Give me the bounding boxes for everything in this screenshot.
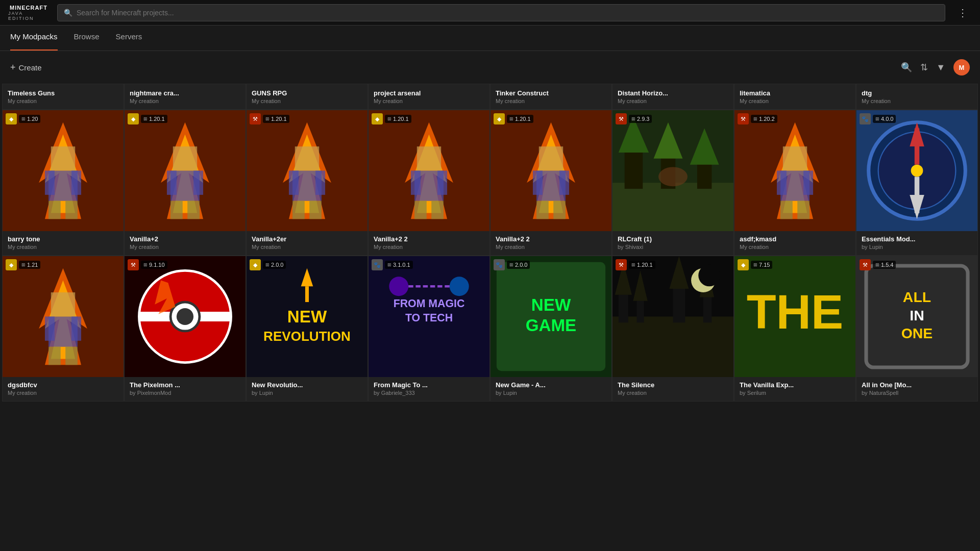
search-input[interactable]: [77, 9, 939, 17]
card-sub: My creation: [130, 244, 240, 250]
card-sub: My creation: [8, 390, 118, 396]
top-nav-right: ⋮: [953, 5, 972, 21]
modpack-card-6[interactable]: THE ◆ ⊞ 7.15 The Vanilla Exp... by Seril…: [734, 256, 856, 402]
bottom-row: ◆ ⊞ 1.21 dgsdbfcv My creation: [0, 256, 980, 402]
card-sub: My creation: [618, 390, 728, 396]
card-sub: My creation: [8, 98, 118, 104]
top-card-6[interactable]: litematica My creation: [734, 84, 856, 110]
card-image: ◆ ⊞ 1.20.1: [491, 110, 611, 231]
version-badge: ⊞ 4.0.0: [873, 115, 896, 123]
version-badge: ⊞ 3.1.0.1: [385, 261, 413, 269]
modpack-card-4[interactable]: ◆ ⊞ 1.20.1 Vanilla+2 2 My creation: [490, 110, 612, 256]
modpack-card-5[interactable]: ⚒ ⊞ 2.9.3 RLCraft (1) by Shivaxi: [612, 110, 734, 256]
svg-rect-107: [673, 286, 685, 322]
badge-type-icon: 🐾: [372, 259, 383, 270]
menu-dots-icon[interactable]: ⋮: [953, 5, 972, 21]
modpack-card-4[interactable]: NEW GAME 🐾 ⊞ 2.0.0 New Game - A... by Lu…: [490, 256, 612, 402]
card-title: Vanilla+2er: [252, 235, 362, 243]
version-badge: ⊞ 1.20.1: [141, 115, 167, 123]
modpack-card-2[interactable]: NEW REVOLUTION ◆ ⊞ 2.0.0 New Revolutio..…: [246, 256, 368, 402]
card-title: barry tone: [8, 235, 118, 243]
card-info: Vanilla+2 2 My creation: [491, 231, 611, 255]
svg-rect-8: [65, 201, 78, 219]
modpack-card-1[interactable]: ◆ ⊞ 1.20.1 Vanilla+2 My creation: [124, 110, 246, 256]
svg-rect-26: [309, 201, 322, 219]
svg-text:TO TECH: TO TECH: [405, 312, 453, 324]
card-badges: ◆ ⊞ 7.15: [738, 259, 772, 270]
svg-rect-15: [193, 171, 203, 195]
modpack-card-5[interactable]: ⚒ ⊞ 1.20.1 The Silence My creation: [612, 256, 734, 402]
modpack-card-7[interactable]: 🐾 ⊞ 4.0.0 Essentials Mod... by Lupin: [856, 110, 978, 256]
card-info: Vanilla+2 My creation: [125, 231, 246, 255]
svg-rect-3: [51, 146, 75, 170]
plus-icon: +: [10, 62, 16, 73]
modpack-card-0[interactable]: ◆ ⊞ 1.20 barry tone My creation: [2, 110, 124, 256]
svg-text:THE: THE: [747, 285, 844, 339]
version-badge: ⊞ 1.21: [19, 261, 40, 269]
svg-point-84: [177, 308, 193, 325]
card-info: The Vanilla Exp... by Serilum: [734, 377, 855, 401]
svg-rect-61: [780, 201, 793, 219]
modpack-card-2[interactable]: ⚒ ⊞ 1.20.1 Vanilla+2er My creation: [246, 110, 368, 256]
tab-servers[interactable]: Servers: [116, 26, 142, 51]
svg-rect-60: [803, 171, 813, 195]
create-button[interactable]: + Create: [10, 62, 42, 73]
modpack-card-7[interactable]: ALL IN ONE ⚒ ⊞ 1.5.4 All in One [Mo... b…: [856, 256, 978, 402]
top-card-5[interactable]: Distant Horizo... My creation: [612, 84, 734, 110]
card-title: asdf;kmasd: [740, 235, 850, 243]
svg-text:FROM MAGIC: FROM MAGIC: [394, 297, 465, 310]
top-card-0[interactable]: Timeless Guns My creation: [2, 84, 124, 110]
svg-rect-24: [315, 171, 325, 195]
card-badges: ⚒ ⊞ 9.1.10: [128, 259, 167, 270]
card-sub: by Gabriele_333: [374, 390, 484, 396]
badge-type-icon: ⚒: [128, 259, 139, 270]
avatar[interactable]: M: [953, 59, 970, 76]
svg-rect-23: [289, 171, 299, 195]
card-badges: 🐾 ⊞ 2.0.0: [494, 259, 530, 270]
card-badges: ◆ ⊞ 1.21: [6, 259, 40, 270]
svg-rect-12: [173, 146, 197, 170]
top-card-1[interactable]: nightmare cra... My creation: [124, 84, 246, 110]
badge-type-icon: ◆: [250, 259, 261, 270]
svg-rect-5: [45, 171, 55, 195]
modpack-card-6[interactable]: ⚒ ⊞ 1.20.2 asdf;kmasd My creation: [734, 110, 856, 256]
card-info: Essentials Mod... by Lupin: [856, 231, 977, 255]
card-title: Essentials Mod...: [862, 235, 972, 243]
svg-rect-78: [48, 347, 61, 365]
top-card-7[interactable]: dtg My creation: [856, 84, 978, 110]
toolbar: + Create 🔍 ⇅ ▼ M: [0, 51, 980, 84]
modpack-card-0[interactable]: ◆ ⊞ 1.21 dgsdbfcv My creation: [2, 256, 124, 402]
card-badges: ⚒ ⊞ 1.20.1: [616, 259, 655, 270]
modpack-card-1[interactable]: ⚒ ⊞ 9.1.10 The Pixelmon ... by PixelmonM…: [124, 256, 246, 402]
tab-my-modpacks[interactable]: My Modpacks: [10, 26, 58, 51]
modpack-card-3[interactable]: ◆ ⊞ 1.20.1 Vanilla+2 2 My creation: [368, 110, 490, 256]
search-bar[interactable]: 🔍: [57, 4, 945, 21]
sort-icon[interactable]: ⇅: [920, 62, 928, 73]
top-card-3[interactable]: project arsenal My creation: [368, 84, 490, 110]
svg-rect-47: [625, 146, 643, 189]
svg-rect-103: [619, 292, 628, 322]
search-toolbar-icon[interactable]: 🔍: [901, 62, 912, 73]
card-image: ALL IN ONE ⚒ ⊞ 1.5.4: [856, 256, 977, 377]
card-sub: My creation: [130, 98, 240, 104]
card-sub: My creation: [8, 244, 118, 250]
card-image: ◆ ⊞ 1.21: [3, 256, 124, 377]
svg-rect-43: [536, 201, 549, 219]
tab-browse[interactable]: Browse: [74, 26, 100, 51]
card-image: ⚒ ⊞ 1.20.1: [612, 256, 733, 377]
card-title: From Magic To ...: [374, 381, 484, 389]
filter-icon[interactable]: ▼: [936, 62, 945, 73]
logo-bottom: JAVA EDITION: [8, 11, 49, 21]
modpack-card-3[interactable]: FROM MAGIC TO TECH 🐾 ⊞ 3.1.0.1 From Magi…: [368, 256, 490, 402]
card-title: litematica: [740, 89, 850, 97]
svg-rect-41: [533, 171, 543, 195]
card-sub: My creation: [618, 98, 728, 104]
svg-point-94: [389, 277, 408, 296]
card-title: The Vanilla Exp...: [740, 381, 850, 389]
card-sub: by NaturaSpell: [862, 390, 972, 396]
svg-rect-17: [187, 201, 200, 219]
svg-rect-35: [431, 201, 444, 219]
svg-rect-30: [417, 146, 441, 170]
top-card-4[interactable]: Tinker Construct My creation: [490, 84, 612, 110]
top-card-2[interactable]: GUNS RPG My creation: [246, 84, 368, 110]
